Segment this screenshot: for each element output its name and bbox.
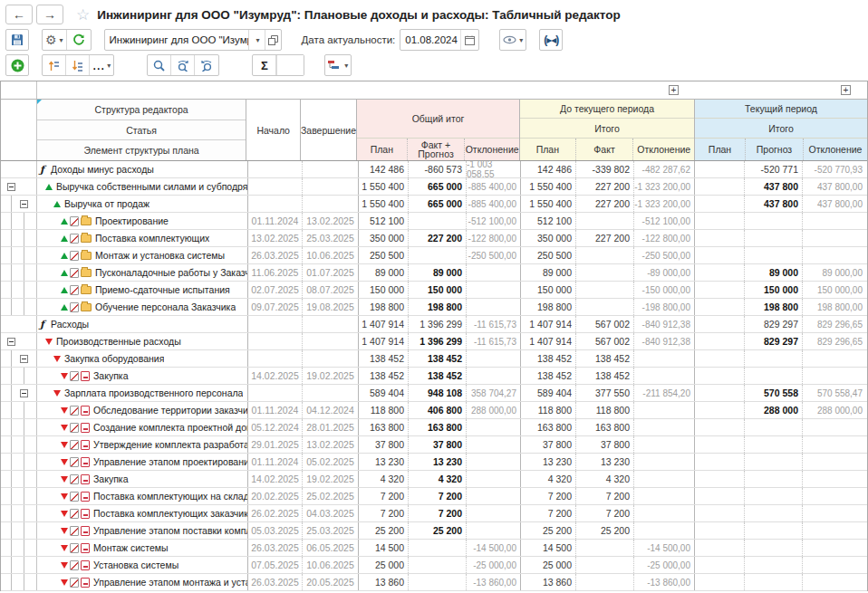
cell-current-plan[interactable] (694, 282, 745, 298)
cell-start-date[interactable]: 01.11.2024 (248, 402, 303, 418)
row-name-cell[interactable]: ƒРасходы (37, 316, 248, 332)
cell-start-date[interactable]: 26.03.2025 (248, 247, 303, 263)
cell-past-plan[interactable]: 7 200 (520, 488, 576, 504)
cell-past-plan[interactable]: 13 230 (520, 454, 576, 470)
cell-past-fact[interactable] (576, 540, 634, 556)
cell-finish-date[interactable]: 25.02.2025 (303, 488, 359, 504)
row-name-cell[interactable]: Закупка (37, 368, 248, 384)
cell-start-date[interactable]: 07.05.2025 (248, 557, 303, 573)
cell-total-plan[interactable]: 7 200 (358, 488, 409, 504)
cell-total-plan[interactable]: 13 230 (358, 454, 409, 470)
cell-past-deviation[interactable] (634, 419, 695, 435)
cell-current-deviation[interactable] (803, 454, 866, 470)
cell-start-date[interactable]: 26.03.2025 (248, 540, 303, 556)
cell-past-fact[interactable] (576, 574, 634, 590)
cell-current-forecast[interactable] (745, 540, 803, 556)
cell-current-plan[interactable] (694, 316, 745, 332)
cell-total-deviation[interactable] (467, 419, 521, 435)
cell-current-forecast[interactable] (745, 488, 803, 504)
cell-finish-date[interactable]: 04.12.2024 (303, 402, 359, 418)
cell-past-deviation[interactable] (634, 436, 695, 453)
cell-current-forecast[interactable]: 437 800 (745, 196, 803, 212)
cell-past-fact[interactable]: 25 200 (576, 522, 634, 539)
cell-total-plan[interactable]: 589 404 (358, 385, 409, 401)
cell-current-forecast[interactable] (745, 419, 803, 435)
cell-current-plan[interactable] (694, 196, 745, 212)
row-name-cell[interactable]: Зарплата производственного персонала (37, 385, 248, 401)
header-column-0-2[interactable]: Отклонение (465, 139, 519, 160)
cell-finish-date[interactable] (303, 196, 359, 212)
cell-past-fact[interactable] (576, 213, 634, 229)
header-column-1-1[interactable]: Факт (576, 139, 634, 160)
add-button[interactable] (5, 54, 29, 76)
cell-total-plan[interactable]: 118 800 (358, 402, 409, 418)
collapse-node-button[interactable] (7, 338, 15, 346)
cell-past-deviation[interactable]: -482 287,62 (634, 161, 695, 177)
row-name-cell[interactable]: Управление этапом монтажа и установки (37, 574, 248, 590)
cell-past-fact[interactable]: 7 200 (576, 488, 634, 504)
cell-current-plan[interactable] (694, 419, 745, 435)
cell-current-deviation[interactable] (803, 505, 866, 521)
cell-current-deviation[interactable]: -520 770,93 (803, 161, 866, 177)
cell-current-plan[interactable] (694, 264, 745, 281)
cell-total-deviation[interactable] (467, 264, 521, 281)
cell-past-plan[interactable]: 118 800 (520, 402, 576, 418)
cell-past-deviation[interactable]: -14 500,00 (634, 540, 695, 556)
visibility-button[interactable]: ▾ (500, 30, 526, 50)
row-name-cell[interactable]: Выручка от продаж (37, 196, 248, 212)
cell-current-plan[interactable] (694, 247, 745, 263)
cell-total-fact[interactable]: 665 000 (409, 178, 467, 195)
row-name-cell[interactable]: Поставка комплектующих заказчику (37, 505, 248, 521)
header-column-2-2[interactable]: Отклонение (804, 139, 867, 160)
cell-current-forecast[interactable] (745, 574, 803, 590)
cell-start-date[interactable]: 05.03.2025 (248, 522, 303, 539)
back-button[interactable]: ← (5, 5, 33, 24)
cell-current-plan[interactable] (694, 299, 745, 315)
cell-total-plan[interactable]: 250 500 (358, 247, 409, 263)
cell-finish-date[interactable]: 05.02.2025 (303, 454, 359, 470)
cell-total-plan[interactable]: 7 200 (358, 505, 409, 521)
cell-total-plan[interactable]: 142 486 (358, 161, 409, 177)
cell-start-date[interactable]: 05.12.2024 (248, 419, 303, 435)
row-name-cell[interactable]: Закупка оборудования (37, 350, 248, 367)
cell-current-forecast[interactable] (745, 230, 803, 246)
row-name-cell[interactable]: Управление этапом проектирования (37, 454, 248, 470)
cell-past-plan[interactable]: 89 000 (520, 264, 576, 281)
cell-current-plan[interactable] (694, 540, 745, 556)
cell-total-deviation[interactable]: -885 400,00 (467, 196, 521, 212)
cell-current-deviation[interactable]: 198 800,00 (803, 299, 866, 315)
cell-current-plan[interactable] (694, 230, 745, 246)
cell-past-deviation[interactable] (634, 522, 695, 539)
cell-total-fact[interactable]: 150 000 (409, 282, 467, 298)
cell-finish-date[interactable]: 13.02.2025 (303, 436, 359, 453)
cell-total-fact[interactable]: 138 452 (409, 350, 467, 367)
row-name-cell[interactable]: Обучение персонала Заказчика (37, 299, 248, 315)
cell-total-fact[interactable]: 7 200 (409, 505, 467, 521)
cell-current-forecast[interactable] (745, 436, 803, 453)
cell-past-fact[interactable]: 138 452 (576, 368, 634, 384)
cell-past-deviation[interactable]: -840 912,38 (634, 333, 695, 349)
collapse-node-button[interactable] (20, 389, 28, 397)
cell-total-deviation[interactable] (467, 505, 521, 521)
cell-past-plan[interactable]: 7 200 (520, 505, 576, 521)
cell-current-plan[interactable] (694, 350, 745, 367)
cell-current-plan[interactable] (694, 213, 745, 229)
row-name-cell[interactable]: ƒДоходы минус расходы (37, 161, 248, 177)
cell-current-deviation[interactable] (803, 350, 866, 367)
cell-past-plan[interactable]: 142 486 (520, 161, 576, 177)
header-column-0-1[interactable]: Факт + Прогноз (408, 139, 466, 160)
cell-finish-date[interactable]: 01.07.2025 (303, 264, 359, 281)
cell-total-fact[interactable]: 1 396 299 (409, 316, 467, 332)
cell-past-fact[interactable]: 7 200 (576, 505, 634, 521)
cell-total-deviation[interactable] (467, 454, 521, 470)
cell-past-fact[interactable] (576, 264, 634, 281)
cell-total-deviation[interactable]: -25 000,00 (467, 557, 521, 573)
cell-past-plan[interactable]: 1 550 400 (520, 196, 576, 212)
cell-total-deviation[interactable]: 288 000,00 (467, 402, 521, 418)
cell-total-deviation[interactable] (467, 522, 521, 539)
header-column-0-0[interactable]: План (357, 139, 408, 160)
cell-current-deviation[interactable]: 437 800,00 (803, 196, 866, 212)
cell-current-forecast[interactable]: 198 800 (745, 299, 803, 315)
cell-past-deviation[interactable] (634, 488, 695, 504)
row-name-cell[interactable]: Установка системы (37, 557, 248, 573)
